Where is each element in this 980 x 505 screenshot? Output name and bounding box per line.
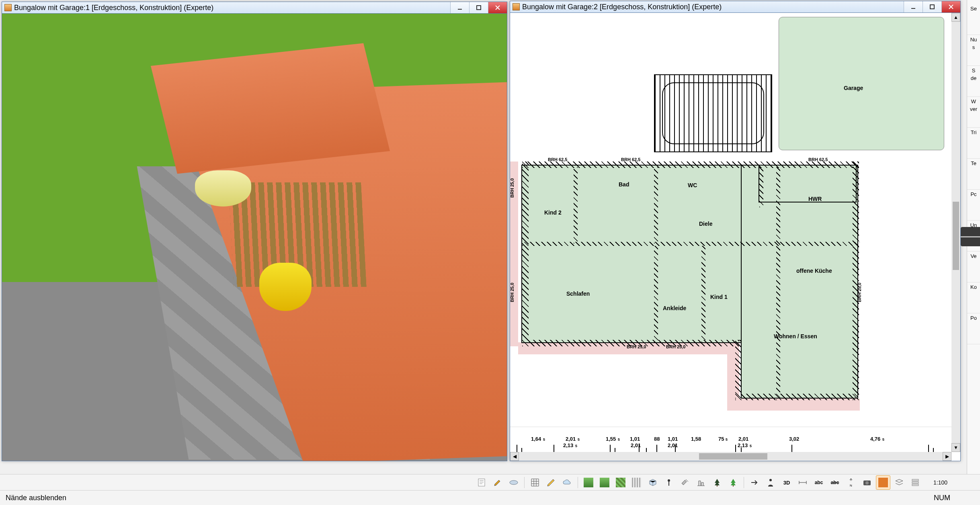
svg-rect-15: [912, 482, 918, 483]
label-schlafen: Schlafen: [566, 291, 590, 296]
label-kueche: offene Küche: [796, 268, 832, 274]
person-icon[interactable]: [763, 475, 778, 490]
label-ankleide: Ankleide: [663, 305, 686, 311]
room-diele-box: [759, 166, 856, 202]
window-title-right: Bungalow mit Garage:2 [Erdgeschoss, Kons…: [522, 3, 722, 11]
window-title-left: Bungalow mit Garage:1 [Erdgeschoss, Kons…: [14, 4, 213, 12]
3d-icon[interactable]: 3D: [779, 475, 794, 490]
side-row-label: Tri: [967, 129, 980, 135]
vscroll-thumb[interactable]: [953, 202, 959, 270]
svg-rect-16: [912, 484, 918, 486]
side-row-label: Pc: [967, 191, 980, 197]
label-wc: WC: [688, 182, 697, 188]
svg-rect-14: [912, 479, 918, 481]
label-hwr: HWR: [808, 196, 822, 202]
maximize-button[interactable]: [923, 1, 941, 12]
svg-rect-9: [733, 485, 734, 487]
orange-icon[interactable]: [876, 475, 890, 490]
side-row-label: Nu: [967, 37, 980, 43]
terrace: [655, 75, 771, 151]
scroll-down-button[interactable]: ▼: [951, 443, 960, 452]
scroll-right-button[interactable]: ▶: [943, 452, 951, 461]
side-row-label: Se: [967, 6, 980, 12]
dimension-icon[interactable]: [795, 475, 810, 490]
box3d-icon[interactable]: [646, 475, 660, 490]
horizontal-scrollbar[interactable]: ◀ ▶: [510, 452, 951, 461]
side-row-label: Ve: [967, 253, 980, 259]
svg-rect-8: [717, 485, 718, 487]
brh-bot2: BRH 25,0: [666, 345, 685, 349]
svg-text:N: N: [850, 484, 852, 487]
app-icon: [4, 4, 12, 11]
svg-rect-3: [930, 5, 934, 9]
hscroll-thumb[interactable]: [699, 453, 767, 460]
vertical-scrollbar[interactable]: ▲ ▼: [951, 13, 960, 452]
minimize-button[interactable]: [450, 2, 469, 13]
sidepanel-handle[interactable]: [961, 227, 980, 246]
plate-icon[interactable]: [506, 475, 521, 490]
window-plan: Bungalow mit Garage:2 [Erdgeschoss, Kons…: [510, 1, 961, 461]
raster-icon[interactable]: [629, 475, 644, 490]
pen-icon[interactable]: [490, 475, 505, 490]
hammer-icon[interactable]: [678, 475, 692, 490]
section-icon[interactable]: [694, 475, 708, 490]
compass-icon[interactable]: N: [844, 475, 858, 490]
status-num: NUM: [934, 494, 950, 502]
terrain-green-icon[interactable]: [581, 475, 596, 490]
side-row-label: Te: [967, 160, 980, 166]
layers-icon[interactable]: [892, 475, 906, 490]
minimize-button[interactable]: [904, 1, 923, 12]
pin-icon[interactable]: [662, 475, 676, 490]
side-row-label: Ko: [967, 284, 980, 290]
notepad-icon[interactable]: [474, 475, 489, 490]
dimension-ruler: 1,645 2,015 2,135 1,555 1,01 2,01 88 1,0…: [510, 427, 951, 452]
tree-green-icon[interactable]: [726, 475, 740, 490]
statusbar: Nände ausblenden NUM: [0, 490, 980, 505]
camera-icon[interactable]: [860, 475, 874, 490]
label-garage: Garage: [844, 85, 863, 91]
svg-point-13: [865, 481, 869, 485]
app-icon: [513, 3, 520, 10]
svg-point-5: [510, 480, 518, 485]
cloud-icon[interactable]: [560, 475, 574, 490]
terrain-hatch-icon[interactable]: [613, 475, 628, 490]
close-button[interactable]: [941, 1, 960, 12]
side-row-label: S: [967, 67, 980, 74]
viewport-plan[interactable]: Garage: [510, 13, 960, 461]
label-diele: Diele: [699, 221, 712, 227]
room-garage: [779, 17, 944, 150]
svg-point-10: [769, 479, 772, 481]
abc-icon[interactable]: abc: [812, 475, 826, 490]
maximize-button[interactable]: [469, 2, 488, 13]
titlebar-right[interactable]: Bungalow mit Garage:2 [Erdgeschoss, Kons…: [510, 1, 960, 13]
strike-icon[interactable]: abc: [828, 475, 842, 490]
bottom-toolbar: 3D abc abc N 1:100: [0, 474, 980, 491]
grid-icon[interactable]: [528, 475, 542, 490]
label-wohnen: Wohnen / Essen: [774, 333, 817, 339]
close-button[interactable]: [488, 2, 507, 13]
side-row-label: W: [967, 98, 980, 104]
pencil-icon[interactable]: [544, 475, 558, 490]
label-kind1: Kind 1: [710, 294, 728, 300]
label-bad: Bad: [619, 182, 629, 187]
scale-display[interactable]: 1:100: [929, 478, 952, 487]
status-hint: Nände ausblenden: [6, 494, 66, 502]
brh-left2: BRH 25,0: [510, 283, 515, 302]
brh-top2: BRH 62,5: [621, 157, 640, 162]
brh-right1: BRH 25,0: [857, 283, 862, 302]
brh-bot1: BRH 25,0: [627, 345, 646, 349]
tree-dark-icon[interactable]: [710, 475, 724, 490]
text-layers-icon[interactable]: [908, 475, 923, 490]
titlebar-left[interactable]: Bungalow mit Garage:1 [Erdgeschoss, Kons…: [2, 2, 507, 14]
label-kind2: Kind 2: [544, 210, 562, 215]
side-row-label: Po: [967, 315, 980, 321]
viewport-3d[interactable]: [2, 14, 507, 461]
svg-rect-4: [478, 479, 485, 486]
terrain-edit-icon[interactable]: [597, 475, 612, 490]
scroll-up-button[interactable]: ▲: [951, 13, 960, 22]
svg-rect-0: [458, 9, 462, 10]
arrow-icon[interactable]: [747, 475, 762, 490]
scroll-left-button[interactable]: ◀: [510, 452, 519, 461]
brh-top3: BRH 62,5: [808, 157, 828, 162]
brh-top1: BRH 62,5: [548, 157, 567, 162]
